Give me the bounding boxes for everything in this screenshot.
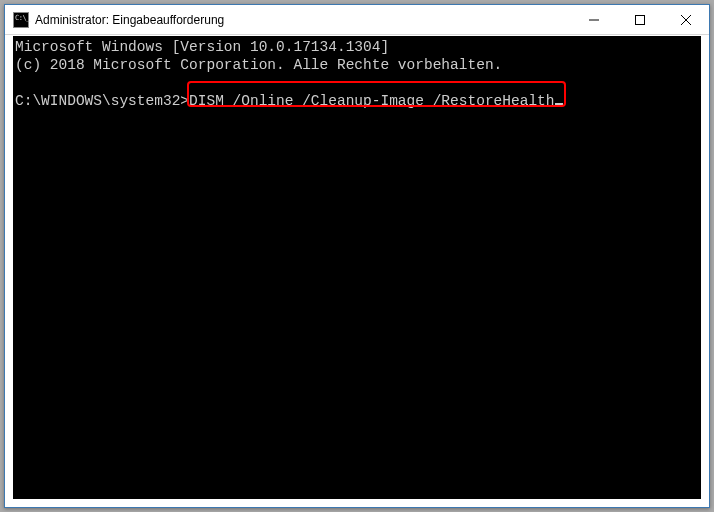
- console-line-version: Microsoft Windows [Version 10.0.17134.13…: [15, 39, 389, 55]
- window-controls: [571, 5, 709, 34]
- maximize-button[interactable]: [617, 5, 663, 34]
- console-prompt: C:\WINDOWS\system32>: [15, 93, 189, 109]
- titlebar[interactable]: Administrator: Eingabeaufforderung: [5, 5, 709, 35]
- text-cursor: [555, 103, 563, 106]
- close-button[interactable]: [663, 5, 709, 34]
- window-title: Administrator: Eingabeaufforderung: [35, 13, 224, 27]
- console-line-copyright: (c) 2018 Microsoft Corporation. Alle Rec…: [15, 57, 502, 73]
- console-output[interactable]: Microsoft Windows [Version 10.0.17134.13…: [13, 36, 701, 499]
- minimize-button[interactable]: [571, 5, 617, 34]
- console-command: DISM /Online /Cleanup-Image /RestoreHeal…: [189, 93, 554, 109]
- console-prompt-line: C:\WINDOWS\system32>DISM /Online /Cleanu…: [15, 92, 563, 110]
- window-frame: Administrator: Eingabeaufforderung Micro…: [4, 4, 710, 508]
- svg-rect-1: [636, 15, 645, 24]
- cmd-icon: [13, 12, 29, 28]
